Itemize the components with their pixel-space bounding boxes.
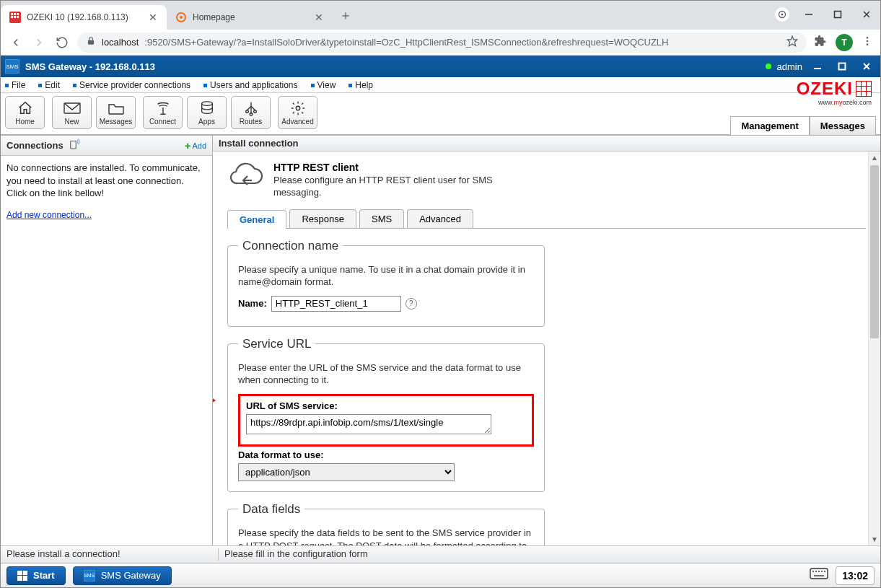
driver-desc: Please configure an HTTP REST client use… bbox=[273, 175, 497, 199]
svg-point-18 bbox=[867, 40, 869, 42]
tab-title: Homepage bbox=[193, 12, 308, 22]
tab-general[interactable]: General bbox=[227, 210, 286, 229]
profile-avatar[interactable]: T bbox=[836, 34, 853, 51]
menu-service-provider[interactable]: Service provider connections bbox=[73, 80, 190, 90]
service-url-fieldset: Service URL Please enter the URL of the … bbox=[227, 337, 545, 492]
svg-point-27 bbox=[253, 110, 256, 113]
status-dot-icon bbox=[766, 63, 771, 69]
connections-empty-text: No connections are installed. To communi… bbox=[6, 162, 206, 200]
connection-name-legend: Connection name bbox=[238, 239, 343, 253]
status-left: Please install a connection! bbox=[6, 548, 219, 561]
forward-button[interactable] bbox=[31, 35, 47, 51]
menu-view[interactable]: View bbox=[311, 80, 336, 90]
gear-icon bbox=[290, 100, 306, 116]
svg-point-26 bbox=[245, 110, 248, 113]
toolbar-new-button[interactable]: New bbox=[52, 96, 92, 129]
window-minimize-button[interactable] bbox=[799, 5, 818, 24]
connections-panel: Connections Add No connections are insta… bbox=[1, 136, 213, 545]
svg-point-29 bbox=[296, 106, 300, 110]
keyboard-icon[interactable] bbox=[810, 568, 828, 584]
scroll-down-icon[interactable]: ▼ bbox=[869, 533, 880, 545]
browser-menu-icon[interactable] bbox=[862, 35, 873, 50]
svg-rect-5 bbox=[14, 16, 16, 18]
menu-users[interactable]: Users and applications bbox=[203, 80, 297, 90]
svg-point-8 bbox=[180, 16, 183, 19]
extensions-icon[interactable] bbox=[814, 35, 827, 51]
connection-name-input[interactable] bbox=[271, 296, 401, 312]
menubar: File Edit Service provider connections U… bbox=[1, 77, 880, 93]
toolbar-messages-button[interactable]: Messages bbox=[96, 96, 136, 129]
svg-point-10 bbox=[781, 14, 784, 16]
app-title: SMS Gateway - 192.168.0.113 bbox=[25, 61, 155, 72]
connections-panel-title: Connections Add bbox=[1, 136, 212, 156]
menu-help[interactable]: Help bbox=[349, 80, 373, 90]
svg-rect-1 bbox=[11, 13, 13, 15]
bookmark-star-icon[interactable] bbox=[786, 35, 798, 49]
window-close-button[interactable] bbox=[857, 5, 876, 24]
browser-tab[interactable]: Homepage ✕ bbox=[167, 5, 333, 30]
browser-tab-active[interactable]: OZEKI 10 (192.168.0.113) ✕ bbox=[1, 5, 167, 30]
tab-response[interactable]: Response bbox=[289, 209, 356, 228]
tab-management[interactable]: Management bbox=[730, 116, 809, 135]
workspace-tabs: Management Messages bbox=[730, 116, 876, 135]
account-indicator-icon[interactable] bbox=[775, 7, 789, 22]
menu-edit[interactable]: Edit bbox=[38, 80, 60, 90]
address-bar[interactable]: localhost:9520/SMS+Gateway/?a=InstallSol… bbox=[77, 32, 807, 53]
help-icon[interactable]: ? bbox=[406, 298, 417, 310]
app-icon: SMS bbox=[5, 59, 19, 74]
workspace: Connections Add No connections are insta… bbox=[1, 135, 880, 545]
svg-rect-12 bbox=[835, 12, 841, 18]
data-format-label: Data format to use: bbox=[238, 449, 534, 460]
app-titlebar: SMS SMS Gateway - 192.168.0.113 admin bbox=[1, 56, 880, 77]
tab-close-icon[interactable]: ✕ bbox=[148, 12, 158, 22]
scroll-thumb[interactable] bbox=[870, 165, 879, 338]
new-tab-button[interactable]: ＋ bbox=[336, 5, 356, 25]
tab-sms[interactable]: SMS bbox=[359, 209, 404, 228]
add-new-connection-link[interactable]: Add new connection... bbox=[6, 210, 92, 220]
scrollbar[interactable]: ▲ ▼ bbox=[868, 152, 880, 545]
status-right: Please fill in the configuration form bbox=[219, 548, 875, 561]
svg-rect-33 bbox=[810, 569, 828, 579]
tab-messages[interactable]: Messages bbox=[810, 116, 876, 135]
data-format-select[interactable]: application/json bbox=[238, 463, 455, 481]
install-form-scroll: HTTP REST client Please configure an HTT… bbox=[213, 152, 880, 545]
app-maximize-button[interactable] bbox=[833, 58, 851, 74]
tab-favicon bbox=[175, 12, 187, 23]
start-button[interactable]: Start bbox=[6, 566, 66, 585]
toolbar-advanced-button[interactable]: Advanced bbox=[278, 96, 317, 129]
data-fields-fieldset: Data fields Please specify the data fiel… bbox=[227, 502, 545, 545]
tab-advanced[interactable]: Advanced bbox=[407, 209, 473, 228]
add-connection-link[interactable]: Add bbox=[185, 141, 206, 150]
svg-point-25 bbox=[201, 101, 212, 105]
reload-button[interactable] bbox=[54, 35, 70, 51]
taskbar: Start SMS SMS Gateway 13:02 bbox=[1, 563, 880, 587]
menu-file[interactable]: File bbox=[5, 80, 25, 90]
svg-marker-31 bbox=[213, 375, 216, 426]
app-minimize-button[interactable] bbox=[808, 58, 827, 74]
svg-rect-4 bbox=[11, 16, 13, 18]
site-info-icon[interactable] bbox=[86, 36, 96, 48]
window-maximize-button[interactable] bbox=[828, 5, 847, 24]
scroll-up-icon[interactable]: ▲ bbox=[869, 152, 880, 164]
home-icon bbox=[17, 100, 33, 116]
app-close-button[interactable] bbox=[857, 58, 876, 74]
back-button[interactable] bbox=[8, 35, 24, 51]
tab-favicon bbox=[9, 12, 21, 23]
install-panel: Install connection HTTP REST client Plea… bbox=[213, 136, 880, 545]
toolbar-routes-button[interactable]: Routes bbox=[231, 96, 271, 129]
service-url-hint: Please enter the URL of the SMS service … bbox=[238, 361, 534, 387]
taskbar-app-button[interactable]: SMS SMS Gateway bbox=[73, 566, 172, 585]
app-user[interactable]: admin bbox=[777, 61, 802, 72]
folder-icon bbox=[108, 100, 125, 116]
callout-arrow-icon bbox=[213, 375, 216, 426]
svg-point-19 bbox=[867, 43, 869, 45]
browser-extensions: T bbox=[814, 34, 873, 51]
toolbar-home-button[interactable]: Home bbox=[5, 96, 45, 129]
taskbar-clock[interactable]: 13:02 bbox=[836, 566, 875, 585]
toolbar-connect-button[interactable]: Connect bbox=[143, 96, 183, 129]
service-url-input[interactable]: https://89rdpr.api.infobip.com/sms/1/tex… bbox=[246, 414, 491, 434]
toolbar-apps-button[interactable]: Apps bbox=[187, 96, 227, 129]
tab-close-icon[interactable]: ✕ bbox=[314, 12, 324, 22]
brand-logo[interactable]: OZEKI www.myozeki.com bbox=[797, 79, 875, 106]
browser-toolbar: localhost:9520/SMS+Gateway/?a=InstallSol… bbox=[1, 30, 880, 56]
